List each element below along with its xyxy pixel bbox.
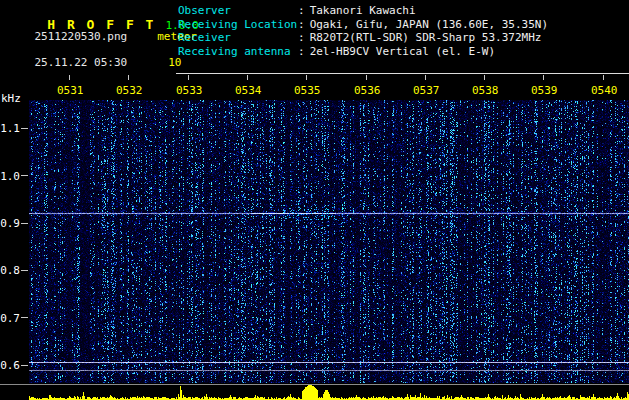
info-row-receiver: Receiver:R820T2(RTL-SDR) SDR-Sharp 53.37… (178, 31, 548, 45)
freq-label: 1.0 (0, 170, 20, 183)
info-colon: : (298, 4, 305, 17)
freq-label: 0.7 (0, 312, 20, 325)
info-label: Receiving antenna (178, 45, 298, 59)
info-label: Receiving Location (178, 18, 298, 32)
date-row: 25.11.22 05:3010 (8, 43, 181, 82)
time-label: 0533 (176, 84, 203, 97)
info-label: Observer (178, 4, 298, 18)
info-row-antenna: Receiving antenna:2el-HB9CV Vertical (el… (178, 45, 548, 59)
time-label: 0536 (354, 84, 381, 97)
freq-label: 1.1 (0, 122, 20, 135)
time-label: 0531 (57, 84, 84, 97)
info-label: Receiver (178, 31, 298, 45)
freq-tick-mark (21, 223, 28, 224)
header-separator-line (176, 73, 629, 74)
time-tick-mark (69, 75, 70, 80)
freq-label: 0.9 (0, 217, 20, 230)
freq-tick-mark (21, 317, 28, 318)
time-label: 0537 (413, 84, 440, 97)
hrofft-output-image: H R O F F T1.0.0 2511220530.pngmeteor 25… (0, 0, 629, 400)
info-row-location: Receiving Location:Ogaki, Gifu, JAPAN (1… (178, 18, 548, 32)
spectrogram-canvas (29, 100, 629, 383)
time-label: 0540 (591, 84, 618, 97)
time-tick-mark (306, 75, 307, 80)
freq-tick-mark (21, 365, 28, 366)
output-filename: 2511220530.png (35, 30, 128, 43)
info-value: R820T2(RTL-SDR) SDR-Sharp 53.372MHz (310, 31, 542, 44)
time-tick-mark (603, 75, 604, 80)
time-tick-mark (247, 75, 248, 80)
time-label: 0539 (531, 84, 558, 97)
time-label: 0534 (235, 84, 262, 97)
info-colon: : (298, 31, 305, 44)
time-tick-mark (484, 75, 485, 80)
info-colon: : (298, 45, 305, 58)
time-label: 0532 (116, 84, 143, 97)
time-tick-mark (543, 75, 544, 80)
freq-tick-mark (21, 128, 28, 129)
time-label: 0535 (294, 84, 321, 97)
amplitude-canvas (29, 385, 629, 400)
info-value: Takanori Kawachi (310, 4, 416, 17)
freq-tick-mark (21, 175, 28, 176)
freq-label: 0.6 (0, 359, 20, 372)
freq-axis-unit: kHz (1, 92, 21, 105)
time-tick-mark (366, 75, 367, 80)
freq-tick-mark (21, 270, 28, 271)
info-value: 2el-HB9CV Vertical (el. E-W) (310, 45, 495, 58)
station-info-block: Observer:Takanori Kawachi Receiving Loca… (178, 4, 548, 59)
time-tick-mark (188, 75, 189, 80)
datetime-label: 25.11.22 05:30 (35, 56, 128, 69)
info-colon: : (298, 18, 305, 31)
info-value: Ogaki, Gifu, JAPAN (136.60E, 35.35N) (310, 18, 548, 31)
info-row-observer: Observer:Takanori Kawachi (178, 4, 548, 18)
time-tick-mark (425, 75, 426, 80)
time-label: 0538 (472, 84, 499, 97)
freq-label: 0.8 (0, 264, 20, 277)
time-tick-mark (128, 75, 129, 80)
